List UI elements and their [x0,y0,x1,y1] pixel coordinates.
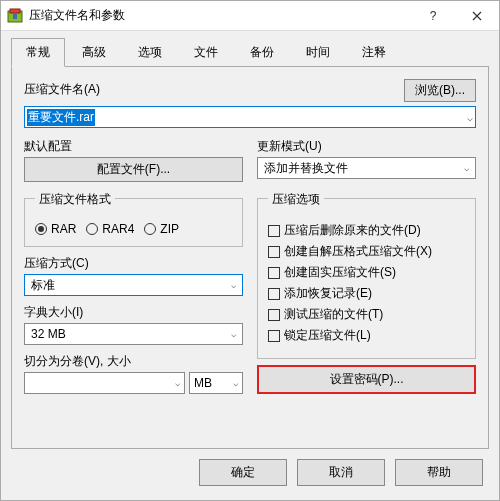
opt-lock-checkbox[interactable]: 锁定压缩文件(L) [268,327,465,344]
dictionary-size-select[interactable]: 32 MB ⌵ [24,323,243,345]
dictionary-size-label: 字典大小(I) [24,304,243,321]
default-profile-label: 默认配置 [24,138,243,155]
app-icon [7,8,23,24]
help-footer-button[interactable]: 帮助 [395,459,483,486]
archive-name-input[interactable]: 重要文件.rar ⌵ [24,106,476,128]
update-mode-select[interactable]: 添加并替换文件 ⌵ [257,157,476,179]
opt-solid-checkbox[interactable]: 创建固实压缩文件(S) [268,264,465,281]
svg-rect-1 [10,9,20,13]
tab-bar: 常规 高级 选项 文件 备份 时间 注释 [1,31,499,66]
chevron-down-icon: ⌵ [233,378,238,388]
chevron-down-icon: ⌵ [464,163,469,173]
compression-method-select[interactable]: 标准 ⌵ [24,274,243,296]
cancel-button[interactable]: 取消 [297,459,385,486]
ok-button[interactable]: 确定 [199,459,287,486]
opt-recovery-checkbox[interactable]: 添加恢复记录(E) [268,285,465,302]
compression-method-label: 压缩方式(C) [24,255,243,272]
window-title: 压缩文件名和参数 [29,7,411,24]
chevron-down-icon: ⌵ [231,329,236,339]
tab-files[interactable]: 文件 [179,38,233,67]
chevron-down-icon: ⌵ [467,112,473,123]
chevron-down-icon: ⌵ [175,378,180,388]
format-zip-radio[interactable]: ZIP [144,222,179,236]
svg-rect-2 [13,13,17,19]
help-button[interactable]: ? [411,1,455,31]
tab-panel-general: 压缩文件名(A) 浏览(B)... 重要文件.rar ⌵ 默认配置 配置文件(F… [11,66,489,449]
compression-method-value: 标准 [31,277,55,294]
tab-options[interactable]: 选项 [123,38,177,67]
update-mode-label: 更新模式(U) [257,138,476,155]
opt-sfx-checkbox[interactable]: 创建自解压格式压缩文件(X) [268,243,465,260]
dictionary-size-value: 32 MB [31,327,66,341]
split-unit-select[interactable]: MB ⌵ [189,372,243,394]
split-unit-value: MB [194,376,212,390]
browse-button[interactable]: 浏览(B)... [404,79,476,102]
chevron-down-icon: ⌵ [231,280,236,290]
tab-time[interactable]: 时间 [291,38,345,67]
profiles-button[interactable]: 配置文件(F)... [24,157,243,182]
archiving-options-legend: 压缩选项 [268,191,324,208]
close-button[interactable] [455,1,499,31]
tab-general[interactable]: 常规 [11,38,65,67]
archiving-options-group: 压缩选项 压缩后删除原来的文件(D) 创建自解压格式压缩文件(X) 创建固实压缩… [257,198,476,359]
split-volumes-label: 切分为分卷(V), 大小 [24,353,243,370]
archive-name-value: 重要文件.rar [27,109,95,126]
dialog-footer: 确定 取消 帮助 [1,449,499,500]
window-controls: ? [411,1,499,31]
split-size-input[interactable]: ⌵ [24,372,185,394]
archive-format-group: 压缩文件格式 RAR RAR4 ZIP [24,198,243,247]
tab-backup[interactable]: 备份 [235,38,289,67]
dialog-window: 压缩文件名和参数 ? 常规 高级 选项 文件 备份 时间 注释 压缩文件名(A)… [0,0,500,501]
titlebar: 压缩文件名和参数 ? [1,1,499,31]
tab-comment[interactable]: 注释 [347,38,401,67]
opt-test-checkbox[interactable]: 测试压缩的文件(T) [268,306,465,323]
opt-delete-after-checkbox[interactable]: 压缩后删除原来的文件(D) [268,222,465,239]
tab-advanced[interactable]: 高级 [67,38,121,67]
format-rar-radio[interactable]: RAR [35,222,76,236]
update-mode-value: 添加并替换文件 [264,160,348,177]
archive-format-legend: 压缩文件格式 [35,191,115,208]
archive-name-label: 压缩文件名(A) [24,81,100,98]
set-password-button[interactable]: 设置密码(P)... [257,365,476,394]
format-rar4-radio[interactable]: RAR4 [86,222,134,236]
